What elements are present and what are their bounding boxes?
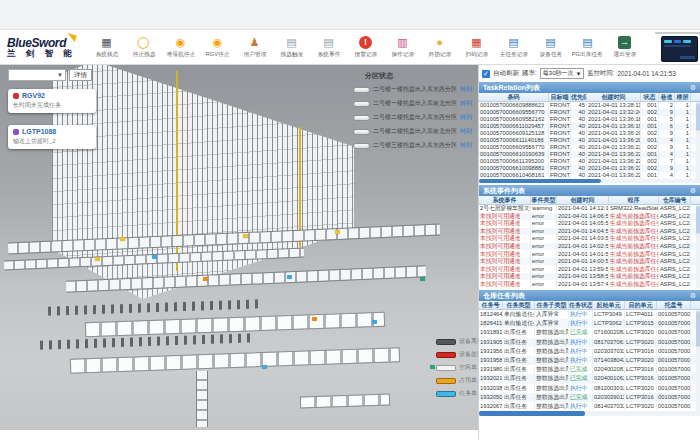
- vertical-scrollbar[interactable]: [696, 205, 700, 288]
- column-header[interactable]: 仓库编号: [659, 196, 691, 204]
- table-row[interactable]: 00100570006609125128FRONT402021-04-01 13…: [479, 130, 700, 137]
- column-header[interactable]: 目标端: [549, 93, 571, 101]
- toolbar-item-operation-records[interactable]: ▥操作记录: [384, 36, 421, 59]
- table-row[interactable]: 1931891出库任务整箱拣选出库已完成0716002082LCTP302000…: [479, 328, 700, 337]
- toolbar-item-main-task-records[interactable]: ▤主任务记录: [495, 36, 532, 59]
- toolbar-item-rgv-stop[interactable]: ◉RGV停止: [199, 36, 236, 59]
- frequency-select[interactable]: 每30秒一次▼: [540, 68, 585, 79]
- column-header[interactable]: 优先级: [571, 93, 587, 101]
- auto-refresh-checkbox[interactable]: ✓: [482, 70, 490, 78]
- device-alert-card[interactable]: LGTP1088输送上货超时_2: [8, 125, 96, 149]
- toolbar-item-external-records[interactable]: ●外协记录: [421, 36, 458, 59]
- vertical-scrollbar[interactable]: [696, 102, 700, 183]
- table-row[interactable]: 未找到可用通道error2021-04-01 13:58:50生成当前拣选库任务…: [479, 273, 700, 281]
- column-header[interactable]: 创建时间: [557, 196, 609, 204]
- details-button[interactable]: 详情: [69, 69, 92, 81]
- table-row[interactable]: 00100570006611029457FRONT402021-04-01 13…: [479, 123, 700, 130]
- table-row[interactable]: 未找到可用通道error2021-04-01 14:01:54生成当前拣选库任务…: [479, 250, 700, 258]
- toolbar-item-scan-records[interactable]: ▦扫码记录: [458, 36, 495, 59]
- scrollbar-thumb[interactable]: [479, 179, 601, 183]
- zone-goto-link[interactable]: 转到: [460, 85, 472, 94]
- column-header[interactable]: 程序: [609, 196, 659, 204]
- toolbar-item-device-tasks[interactable]: ▤设备任务: [532, 36, 569, 59]
- zone-toggle[interactable]: [353, 115, 370, 121]
- zone-goto-link[interactable]: 转到: [460, 141, 472, 150]
- scrollbar-thumb[interactable]: [479, 411, 585, 416]
- toolbar-item-pg-outbound-tasks[interactable]: ▤PG出库任务: [569, 36, 606, 59]
- column-header[interactable]: 任务类型: [503, 301, 535, 309]
- zone-goto-link[interactable]: 转到: [460, 99, 472, 108]
- column-header[interactable]: 事件类型: [531, 196, 557, 204]
- table-row[interactable]: 未找到可用通道error2021-04-01 13:59:51生成当前拣选库任务…: [479, 265, 700, 273]
- scrollbar-thumb[interactable]: [696, 311, 700, 347]
- table-row[interactable]: 未找到可用通道error2021-04-01 14:02:55生成当前拣选库任务…: [479, 243, 700, 251]
- table-row[interactable]: 00100570006609582162FRONT402021-04-01 13…: [479, 116, 700, 123]
- table-row[interactable]: 00100570006609888621FRONT452021-04-01 13…: [479, 102, 700, 109]
- gear-icon[interactable]: ⚙: [690, 187, 696, 195]
- zone-toggle[interactable]: [353, 143, 370, 149]
- table-row[interactable]: 2号七层穿梭车报文错误:串连长度warning2021-04-01 14:12:…: [479, 205, 700, 213]
- zone-toggle[interactable]: [353, 87, 370, 93]
- column-header[interactable]: 任务子类型: [535, 301, 569, 309]
- vertical-scrollbar[interactable]: [696, 310, 700, 416]
- table-row[interactable]: 00100570006610098881FRONT402021-04-01 13…: [479, 165, 700, 172]
- column-header[interactable]: 托盘号: [657, 301, 691, 309]
- column-header[interactable]: 目的单元: [625, 301, 657, 309]
- table-row[interactable]: 00100570006610408161FRONT402021-04-01 13…: [479, 172, 700, 179]
- device-alert-card[interactable]: RGV92长时间未完成任务: [8, 89, 96, 113]
- column-header[interactable]: 巷道: [659, 93, 675, 101]
- toolbar-item-system-status[interactable]: ▦系统状态: [88, 36, 125, 59]
- zone-goto-link[interactable]: 转到: [460, 113, 472, 122]
- column-header[interactable]: 任务状态: [569, 301, 593, 309]
- column-header[interactable]: 楼层: [675, 93, 691, 101]
- table-title-bar: 仓库任务列表 ⚙: [479, 290, 700, 301]
- table-row[interactable]: 未找到可用通道error2021-04-01 14:00:52生成当前拣选库任务…: [479, 258, 700, 266]
- table-row[interactable]: 1931956出库任务整箱拣选出库执行中0203037032LCTP301600…: [479, 347, 700, 356]
- table-row[interactable]: 1826411单向输送任务入库异常执行中LCTP3062LCTP30150010…: [479, 319, 700, 328]
- table-row[interactable]: 未找到可用通道error2021-04-01 14:06:57生成当前拣选库任务…: [479, 213, 700, 221]
- shuttle-marker: [430, 365, 435, 369]
- toolbar-item-stacker-stop[interactable]: ◉堆垛机停止: [162, 36, 199, 59]
- table-row[interactable]: 未找到可用通道error2021-04-01 14:03:56生成当前拣选库任务…: [479, 235, 700, 243]
- table-row[interactable]: 未找到可用通道error2021-04-01 14:04:56生成当前拣选库任务…: [479, 228, 700, 236]
- toolbar-item-logout[interactable]: →退出登录: [606, 36, 643, 59]
- column-header[interactable]: 状态: [641, 93, 659, 101]
- horizontal-scrollbar[interactable]: [479, 179, 700, 183]
- column-header[interactable]: 创建时间: [587, 93, 641, 101]
- table-row[interactable]: 1931958出库任务整箱拣选出库执行中0714038042LCTP302000…: [479, 356, 700, 365]
- horizontal-scrollbar[interactable]: [479, 411, 700, 416]
- column-header[interactable]: 任务号: [479, 301, 503, 309]
- gear-icon[interactable]: ⚙: [690, 84, 696, 92]
- column-header[interactable]: 起始单元: [593, 301, 625, 309]
- toolbar-item-system-events[interactable]: ▤系统事件: [310, 36, 347, 59]
- table-row[interactable]: 1932067出库任务整箱拣选出库执行中0814037032LCTP302000…: [479, 402, 700, 411]
- toolbar-item-user-management[interactable]: ♟用户管理: [236, 36, 273, 59]
- table-row[interactable]: 00100570006611140186FRONT402021-04-01 13…: [479, 137, 700, 144]
- column-header[interactable]: 条码: [479, 93, 549, 101]
- table-row[interactable]: 00100570006610190639FRONT402021-04-01 13…: [479, 151, 700, 158]
- toolbar-item-picking-trigger[interactable]: ▤拣选触发: [273, 36, 310, 59]
- warehouse-3d-viewport[interactable]: ▼ 详情 RGV92长时间未完成任务LGTP1088输送上货超时_2 分区状态 …: [0, 65, 478, 430]
- table-row[interactable]: 1931905出库任务整箱拣选出库执行中0817037061LCTP302000…: [479, 338, 700, 347]
- table-row[interactable]: 00100570006611395200FRONT402021-04-01 13…: [479, 158, 700, 165]
- table-row[interactable]: 1931980出库任务整箱拣选出库已完成0204002081LCTP301600…: [479, 365, 700, 374]
- table-row[interactable]: 未找到可用通道error2021-04-01 14:05:56生成当前拣选库任务…: [479, 220, 700, 228]
- scrollbar-thumb[interactable]: [696, 206, 700, 234]
- table-row[interactable]: 1932021出库任务整箱拣选出库已完成0204001062LCTP301600…: [479, 374, 700, 383]
- scrollbar-thumb[interactable]: [696, 103, 700, 131]
- dashboard-thumbnail[interactable]: [661, 36, 698, 62]
- toolbar-item-stop-picking[interactable]: ◯停止拣选: [125, 36, 162, 59]
- table-row[interactable]: 00100570006609556770FRONT402021-04-01 13…: [479, 144, 700, 151]
- zone-toggle[interactable]: [353, 101, 370, 107]
- table-row[interactable]: 00100570006609556770FRONT402021-04-01 13…: [479, 109, 700, 116]
- toolbar-item-alarm-records[interactable]: !报警记录: [347, 36, 384, 59]
- zone-goto-link[interactable]: 转到: [460, 127, 472, 136]
- table-row[interactable]: 未找到可用通道error2021-04-01 13:57:49生成当前拣选库任务…: [479, 280, 700, 288]
- device-filter-select[interactable]: ▼: [8, 69, 66, 81]
- column-header[interactable]: 系统事件: [479, 196, 531, 204]
- table-row[interactable]: 1812464单向输送任务入库异常执行中LCTP3049LCTP40110010…: [479, 310, 700, 319]
- table-row[interactable]: 1932050出库任务整箱拣选出库已完成0203039011LCTP301600…: [479, 393, 700, 402]
- gear-icon[interactable]: ⚙: [690, 292, 696, 300]
- table-row[interactable]: 1932038出库任务整箱拣选出库执行中0812003032LCTP302000…: [479, 384, 700, 393]
- zone-toggle[interactable]: [353, 129, 370, 135]
